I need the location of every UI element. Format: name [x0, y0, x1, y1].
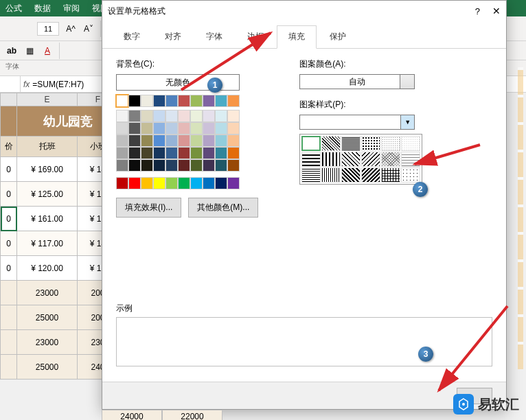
- color-swatch[interactable]: [190, 95, 203, 107]
- cell[interactable]: ¥ 120.00: [17, 256, 78, 281]
- font-color-icon[interactable]: A: [41, 45, 54, 57]
- color-swatch[interactable]: [165, 95, 178, 107]
- cell[interactable]: [1, 305, 17, 330]
- cell[interactable]: ¥ 117.00: [17, 231, 78, 256]
- cell[interactable]: [1, 281, 17, 305]
- color-swatch[interactable]: [203, 110, 215, 122]
- other-colors-button[interactable]: 其他颜色(M)...: [188, 198, 258, 218]
- color-swatch[interactable]: [190, 122, 203, 135]
- color-swatch[interactable]: [165, 122, 178, 135]
- ribbon-tab-review[interactable]: 审阅: [63, 3, 80, 14]
- cell[interactable]: 22000: [162, 410, 222, 420]
- color-swatch[interactable]: [116, 95, 128, 107]
- color-swatch[interactable]: [116, 159, 128, 172]
- color-swatch[interactable]: [203, 177, 215, 189]
- color-swatch[interactable]: [128, 159, 141, 172]
- color-swatch[interactable]: [215, 95, 227, 107]
- color-swatch[interactable]: [128, 122, 141, 135]
- color-swatch[interactable]: [215, 147, 227, 159]
- pattern-swatch[interactable]: [341, 152, 361, 167]
- color-swatch[interactable]: [203, 159, 215, 172]
- color-swatch[interactable]: [203, 122, 215, 135]
- color-swatch[interactable]: [116, 147, 128, 159]
- color-swatch[interactable]: [153, 110, 165, 122]
- ribbon-tab-formula[interactable]: 公式: [5, 3, 22, 14]
- col-header-E[interactable]: E: [17, 93, 78, 106]
- color-swatch[interactable]: [165, 177, 178, 189]
- close-icon[interactable]: ✕: [492, 5, 501, 16]
- color-swatch[interactable]: [227, 159, 240, 172]
- pattern-swatch[interactable]: [401, 152, 420, 167]
- color-swatch[interactable]: [116, 122, 128, 135]
- tab-fill[interactable]: 填充: [277, 25, 317, 49]
- color-swatch[interactable]: [116, 177, 128, 189]
- cell[interactable]: 0: [1, 157, 17, 182]
- pattern-swatch[interactable]: [341, 136, 361, 151]
- color-swatch[interactable]: [128, 135, 141, 147]
- pattern-swatch[interactable]: [321, 136, 341, 151]
- color-swatch[interactable]: [190, 135, 203, 147]
- pattern-swatch[interactable]: [341, 167, 361, 183]
- color-swatch[interactable]: [141, 135, 153, 147]
- cell[interactable]: 25000: [17, 355, 78, 380]
- fill-effects-button[interactable]: 填充效果(I)...: [116, 198, 181, 218]
- pattern-swatch[interactable]: [321, 167, 341, 183]
- cell[interactable]: [1, 355, 17, 380]
- pattern-swatch[interactable]: [381, 136, 400, 151]
- color-swatch[interactable]: [153, 177, 165, 189]
- pattern-swatch[interactable]: [301, 136, 321, 151]
- name-box[interactable]: [0, 76, 21, 92]
- color-swatch[interactable]: [141, 110, 153, 122]
- cell[interactable]: 0: [1, 256, 17, 281]
- pattern-style-select[interactable]: ▼: [299, 115, 415, 130]
- color-swatch[interactable]: [165, 159, 178, 172]
- cell[interactable]: ¥ 125.00: [17, 182, 78, 207]
- header-price[interactable]: 价: [1, 137, 17, 157]
- color-swatch[interactable]: [178, 122, 190, 135]
- border-icon[interactable]: ▦: [23, 45, 36, 57]
- formula-text[interactable]: =SUM(E7:H7): [32, 80, 84, 89]
- color-swatch[interactable]: [215, 159, 227, 172]
- color-swatch[interactable]: [153, 135, 165, 147]
- color-swatch[interactable]: [165, 110, 178, 122]
- color-swatch[interactable]: [227, 147, 240, 159]
- tab-border[interactable]: 边框: [236, 25, 275, 48]
- color-swatch[interactable]: [178, 95, 190, 107]
- pattern-swatch[interactable]: [401, 167, 420, 183]
- color-swatch[interactable]: [227, 177, 240, 189]
- decrease-font-icon[interactable]: A˅: [82, 23, 95, 35]
- tab-align[interactable]: 对齐: [153, 25, 193, 48]
- cell[interactable]: 0: [1, 182, 17, 207]
- cell[interactable]: 23000: [17, 281, 78, 305]
- color-swatch[interactable]: [128, 147, 141, 159]
- color-swatch[interactable]: [215, 110, 227, 122]
- color-swatch[interactable]: [178, 110, 190, 122]
- pattern-swatch[interactable]: [401, 136, 420, 151]
- color-swatch[interactable]: [141, 95, 153, 107]
- color-swatch[interactable]: [178, 135, 190, 147]
- font-size-input[interactable]: [37, 22, 59, 36]
- color-swatch[interactable]: [190, 159, 203, 172]
- color-swatch[interactable]: [153, 147, 165, 159]
- color-swatch[interactable]: [190, 177, 203, 189]
- pattern-swatch[interactable]: [381, 167, 400, 183]
- color-swatch[interactable]: [153, 95, 165, 107]
- pattern-color-select[interactable]: 自动 ▼: [299, 74, 415, 89]
- color-swatch[interactable]: [141, 147, 153, 159]
- color-swatch[interactable]: [190, 147, 203, 159]
- ribbon-tab-data[interactable]: 数据: [34, 3, 51, 14]
- color-swatch[interactable]: [128, 110, 141, 122]
- color-swatch[interactable]: [153, 122, 165, 135]
- color-swatch[interactable]: [215, 122, 227, 135]
- color-swatch[interactable]: [128, 177, 141, 189]
- color-swatch[interactable]: [203, 147, 215, 159]
- color-swatch[interactable]: [178, 147, 190, 159]
- color-swatch[interactable]: [227, 122, 240, 135]
- color-swatch[interactable]: [215, 177, 227, 189]
- pattern-swatch[interactable]: [301, 167, 321, 183]
- increase-font-icon[interactable]: A^: [65, 23, 77, 35]
- dialog-titlebar[interactable]: 设置单元格格式 ? ✕: [102, 1, 506, 21]
- color-swatch[interactable]: [141, 122, 153, 135]
- cell[interactable]: ¥ 161.00: [17, 207, 78, 231]
- pattern-swatch[interactable]: [381, 152, 400, 167]
